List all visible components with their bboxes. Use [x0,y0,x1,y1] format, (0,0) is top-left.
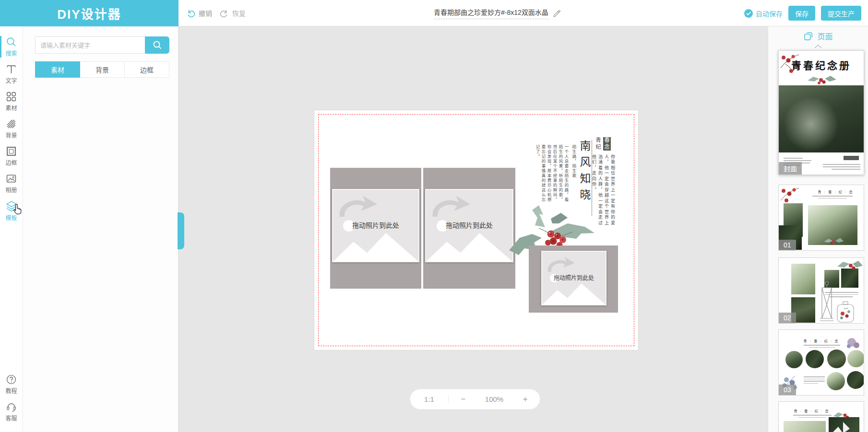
tab-background[interactable]: 背景 [80,61,125,78]
document-title: 青春期部曲之珍爱妙方#-8x12双面水晶 [434,7,548,19]
design-corner-badge[interactable]: 青 春 纪 念 [595,137,611,151]
badge-char: 青 [595,137,602,144]
design-quote-right[interactable]: 你要相信世界上一定有你的爱人，他一定会穿越这个世界上汹涌着的人群，他一定会走过他… [596,154,616,227]
rail-label-material: 素材 [5,104,17,112]
search-icon [152,40,163,50]
thumb-photo-circle [847,371,864,389]
material-searchbar [35,36,169,54]
undo-button[interactable]: 撤销 [186,8,212,18]
thumb-photo [791,264,815,294]
rail-item-background[interactable]: 背景 [0,115,23,142]
check-circle-icon [744,9,753,18]
zoom-out-button[interactable]: − [456,395,470,404]
photo-slot-1[interactable]: 拖动照片到此处 [330,168,421,289]
zoom-ratio-button[interactable]: 1:1 [410,395,449,403]
rail-item-border[interactable]: 边框 [0,142,23,170]
thumb-photo-circle [827,372,845,390]
material-panel: 素材 背景 边框 [23,26,178,432]
submit-production-button[interactable]: 提交生产 [821,6,861,21]
edit-pencil-icon[interactable] [552,9,561,18]
lantern-decoration [819,281,834,323]
photo-slot-3[interactable]: 拖动照片到此处 [529,245,618,313]
undo-label: 撤销 [199,8,212,18]
app-title: DIY设计器 [57,4,121,22]
page-thumb-label: 03 [779,385,796,395]
pages-header[interactable]: 页面 [768,30,868,42]
page-thumb-02[interactable]: 02 [778,257,864,324]
pinwheel-decoration [831,421,856,432]
holly-decoration [836,259,863,271]
rail-label-tutorial: 教程 [5,386,17,395]
cover-title: 青春纪念册 [779,58,864,72]
thumb-text-lines [804,375,825,385]
drop-photo-hint: 拖动照片到此处 [333,220,418,230]
search-button[interactable] [145,36,169,54]
rail-item-search[interactable]: 搜索 [0,33,23,60]
search-input[interactable] [35,36,145,54]
page-thumb-label: 封面 [779,162,802,175]
rotate-arrow-icon [336,193,380,218]
thumb-text-lines [812,194,853,200]
tab-material[interactable]: 素材 [35,61,80,78]
search-icon [6,36,17,47]
page-thumb-03[interactable]: 青 · 春 · 纪 · 念 03 [778,329,864,396]
page-thumb-cover[interactable]: 青春纪念册 封面 [778,50,864,175]
chevron-up-icon [814,45,822,48]
thumb-photo [784,421,826,432]
pages-panel: 页面 青春纪念册 封面 青 · 春 · 纪 · 念 01 02 [768,26,868,432]
badge-char: 春 [603,137,611,144]
rail-label-border: 边框 [5,158,17,166]
berries-decoration [845,336,861,350]
thumb-photo-circle [785,351,803,368]
background-stripes-icon [6,118,17,129]
autosave-toggle[interactable]: 自动保存 [744,9,783,18]
rail-item-tutorial[interactable]: 教程 [0,371,23,398]
rail-item-service[interactable]: 客服 [0,398,23,425]
toolbar: 撤销 恢复 青春期部曲之珍爱妙方#-8x12双面水晶 自动保存 保存 提交生产 [178,0,868,26]
design-quote-left[interactable]: 陌生路，陌生歌 一个人总要走陌生的路，看陌生的风景，听陌生的歌，然后在某个不经意… [527,145,577,206]
thumb-photo-circle [847,350,864,367]
redo-button[interactable]: 恢复 [220,8,246,18]
material-grid-icon [6,91,17,102]
design-canvas[interactable]: 拖动照片到此处 拖动照片到此处 南风知晓 青 春 纪 念 你要相信世界上一定有你… [178,26,768,432]
thumb-photo-circle [806,350,824,368]
design-page[interactable]: 拖动照片到此处 拖动照片到此处 南风知晓 青 春 纪 念 你要相信世界上一定有你… [314,110,638,350]
zoom-controls: 1:1 − 100% + [410,389,540,409]
page-thumb-04[interactable]: 青 · 春 · 纪 · 念 [778,401,864,432]
zoom-level: 100% [485,395,503,403]
rail-item-text[interactable]: 文字 [0,60,23,88]
border-frame-icon [6,146,17,157]
album-image-icon [6,173,17,184]
thumb-text-lines [804,343,840,349]
left-rail: 搜索 文字 素材 背景 边框 相册 模板 教程 [0,26,23,432]
cover-dark-badge [844,156,859,160]
page-thumb-label: 01 [779,240,796,250]
rail-item-material[interactable]: 素材 [0,88,23,115]
rail-item-album[interactable]: 相册 [0,170,23,197]
mouse-cursor-hand [12,203,24,217]
pages-icon [803,31,813,41]
redo-icon [220,9,229,18]
cover-text-lines [823,163,860,171]
holly-decoration [807,74,837,85]
autosave-label: 自动保存 [756,9,783,18]
flower-jar-decoration [835,301,856,323]
tab-border[interactable]: 边框 [125,61,169,78]
pages-caret[interactable] [768,45,868,48]
drop-photo-hint: 拖动照片到此处 [542,273,606,281]
text-icon [6,64,17,75]
drop-photo-hint: 拖动照片到此处 [426,220,512,230]
collapse-left-panel-handle[interactable] [178,212,184,249]
thumb-text-lines [793,413,832,419]
zoom-in-button[interactable]: + [518,395,533,404]
redo-label: 恢复 [232,8,246,18]
floral-decoration [823,237,844,245]
pages-header-label: 页面 [817,30,832,42]
rotate-arrow-icon [429,193,473,218]
app-logo: DIY设计器 [0,0,178,26]
thumb-photo-circle [827,350,846,368]
cover-photo [779,85,864,152]
photo-slot-2[interactable]: 拖动照片到此处 [423,168,515,289]
page-thumb-01[interactable]: 青 · 春 · 纪 · 念 01 [778,185,864,251]
save-button[interactable]: 保存 [788,6,815,21]
